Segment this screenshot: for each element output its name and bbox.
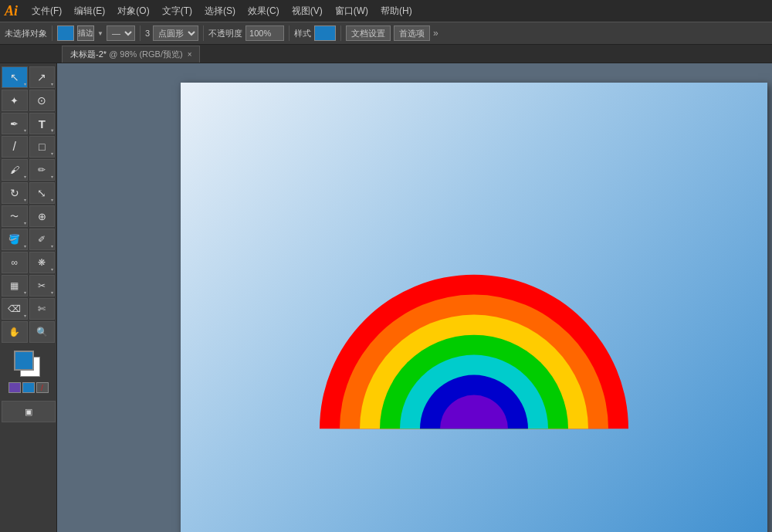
blend-tool[interactable]: ∞ — [2, 252, 28, 273]
zoom-tool[interactable]: 🔍 — [29, 321, 56, 343]
tool-row-5: 🖌▾ ✏▾ — [2, 159, 55, 181]
slice-tool[interactable]: ✂▾ — [29, 275, 56, 296]
tool-row-1: ↖▾ ↗▾ — [2, 66, 55, 88]
view-row: ▣ — [2, 401, 56, 422]
rotate-tool[interactable]: ↻▾ — [2, 182, 28, 204]
menu-file[interactable]: 文件(F) — [25, 2, 68, 20]
tool-row-4: / □▾ — [2, 136, 55, 158]
toolbar-divider-4 — [289, 25, 290, 41]
symbol-sprayer-tool[interactable]: ❋▾ — [29, 252, 56, 273]
menu-help[interactable]: 帮助(H) — [374, 2, 418, 20]
opacity-input[interactable] — [245, 25, 284, 41]
point-count-label: 3 — [145, 29, 150, 38]
menu-select[interactable]: 选择(S) — [198, 2, 242, 20]
document-tab[interactable]: 未标题-2* @ 98% (RGB/预览) × — [62, 46, 200, 63]
artboard — [181, 83, 767, 532]
toolbox: ↖▾ ↗▾ ✦ ⊙ ✒▾ T▾ / □▾ 🖌▾ ✏▾ ↻▾ ⤡▾ 〜▾ ⊕ 🪣▾ — [0, 63, 57, 532]
eraser-tool[interactable]: ⌫▾ — [2, 298, 28, 320]
select-tool[interactable]: ↖▾ — [2, 66, 28, 88]
doc-settings-button[interactable]: 文档设置 — [346, 25, 391, 41]
tab-title: 未标题-2* @ 98% (RGB/预览) — [70, 49, 183, 60]
stroke-swatch[interactable]: 描边 — [77, 25, 94, 41]
menu-edit[interactable]: 编辑(E) — [68, 2, 111, 20]
fill-stroke-pair — [14, 351, 43, 380]
tool-row-3: ✒▾ T▾ — [2, 113, 55, 134]
slash-swatch[interactable]: / — [36, 382, 49, 393]
line-tool[interactable]: / — [2, 136, 28, 158]
paintbrush-tool[interactable]: 🖌▾ — [2, 159, 28, 181]
paint-bucket-tool[interactable]: 🪣▾ — [2, 229, 28, 250]
rect-tool[interactable]: □▾ — [29, 136, 56, 158]
tool-row-11: ⌫▾ ✄ — [2, 298, 55, 320]
shape-type-select[interactable]: 点圆形 — [153, 25, 198, 41]
fill-swatch[interactable] — [57, 25, 74, 41]
tool-row-8: 🪣▾ ✐▾ — [2, 229, 55, 250]
foreground-color-swatch[interactable] — [14, 351, 34, 371]
menu-text[interactable]: 文字(T) — [156, 2, 198, 20]
tab-close-button[interactable]: × — [188, 50, 192, 59]
color-area: / — [2, 347, 55, 396]
toolbar-divider-3 — [203, 25, 204, 41]
stroke-label: 描边 — [78, 28, 93, 39]
more-options-icon[interactable]: » — [433, 28, 438, 39]
stroke-style-select[interactable]: — — [107, 25, 135, 41]
preferences-button[interactable]: 首选项 — [394, 25, 430, 41]
style-swatch[interactable] — [314, 25, 336, 41]
color-swatch-2[interactable] — [22, 382, 35, 393]
style-label: 样式 — [294, 28, 311, 39]
stroke-dropdown-arrow[interactable]: ▼ — [97, 30, 103, 37]
pencil-tool[interactable]: ✏▾ — [29, 159, 56, 181]
lasso-tool[interactable]: ⊙ — [29, 90, 56, 111]
hand-tool[interactable]: ✋ — [2, 321, 28, 343]
shape-builder-tool[interactable]: ⊕ — [29, 205, 56, 227]
toolbar-divider-2 — [140, 25, 141, 41]
no-selection-label: 未选择对象 — [5, 28, 47, 39]
menu-object[interactable]: 对象(O) — [111, 2, 155, 20]
scale-tool[interactable]: ⤡▾ — [29, 182, 56, 204]
eyedropper-tool[interactable]: ✐▾ — [29, 229, 56, 250]
tab-bar: 未标题-2* @ 98% (RGB/预览) × — [0, 45, 772, 63]
toggle-screen-mode[interactable]: ▣ — [2, 401, 56, 422]
main-area: ↖▾ ↗▾ ✦ ⊙ ✒▾ T▾ / □▾ 🖌▾ ✏▾ ↻▾ ⤡▾ 〜▾ ⊕ 🪣▾ — [0, 63, 772, 532]
chart-tool[interactable]: ▦▾ — [2, 275, 28, 296]
menu-effect[interactable]: 效果(C) — [242, 2, 286, 20]
menu-view[interactable]: 视图(V) — [286, 2, 329, 20]
menu-bar: Ai 文件(F) 编辑(E) 对象(O) 文字(T) 选择(S) 效果(C) 视… — [0, 0, 772, 22]
opacity-label: 不透明度 — [208, 28, 242, 39]
pen-tool[interactable]: ✒▾ — [2, 113, 28, 134]
scissors-tool[interactable]: ✄ — [29, 298, 56, 320]
tool-row-7: 〜▾ ⊕ — [2, 205, 55, 227]
app-logo: Ai — [5, 3, 18, 19]
tool-row-6: ↻▾ ⤡▾ — [2, 182, 55, 204]
rainbow-svg — [304, 229, 644, 429]
extra-color-swatches: / — [8, 382, 49, 393]
rainbow-graphic — [304, 229, 644, 445]
bottom-tools: ▣ — [2, 401, 55, 422]
text-tool[interactable]: T▾ — [29, 113, 56, 134]
magic-wand-tool[interactable]: ✦ — [2, 90, 28, 111]
toolbar: 未选择对象 描边 ▼ — 3 点圆形 不透明度 样式 文档设置 首选项 » — [0, 22, 772, 45]
tool-row-12: ✋ 🔍 — [2, 321, 55, 343]
tool-row-2: ✦ ⊙ — [2, 90, 55, 111]
toolbar-divider-1 — [52, 25, 52, 41]
tool-row-9: ∞ ❋▾ — [2, 252, 55, 273]
point-count-value: 3 — [145, 29, 150, 38]
none-swatch[interactable] — [8, 382, 21, 393]
canvas-area[interactable] — [57, 63, 772, 532]
warp-tool[interactable]: 〜▾ — [2, 205, 28, 227]
toolbar-divider-5 — [340, 25, 341, 41]
menu-window[interactable]: 窗口(W) — [329, 2, 374, 20]
tool-row-10: ▦▾ ✂▾ — [2, 275, 55, 296]
direct-select-tool[interactable]: ↗▾ — [29, 66, 56, 88]
